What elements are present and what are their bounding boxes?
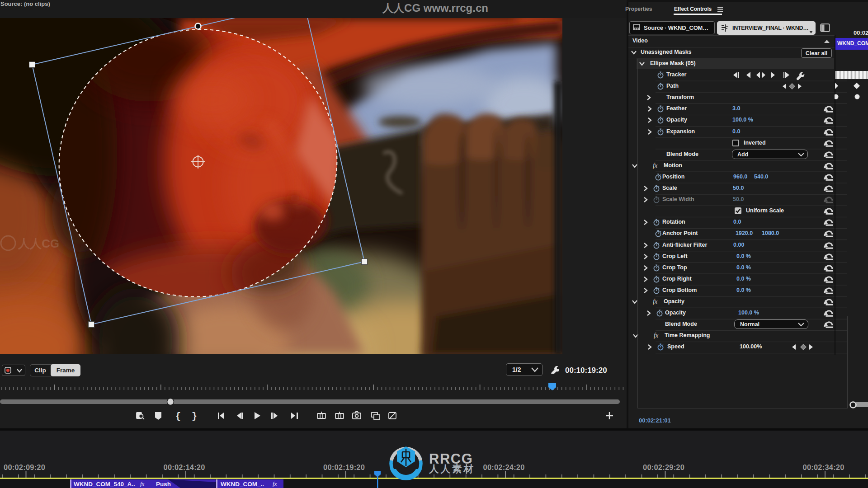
svg-text:{: { — [175, 411, 181, 421]
svg-text:}: } — [192, 411, 197, 421]
svg-text:人人CG: 人人CG — [18, 237, 59, 250]
